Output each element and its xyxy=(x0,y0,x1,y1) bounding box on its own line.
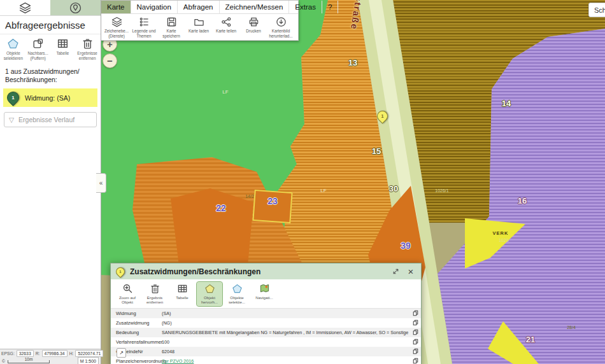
pentagon-blue-icon xyxy=(232,283,243,294)
popup-attribute-table: Widmung (SA) Zusatzwidmung (NG) Bedeutun… xyxy=(111,309,421,364)
table-row: GemeindeNr 62048 xyxy=(111,347,421,356)
result-item-label: Widmung: (SA) xyxy=(25,94,70,102)
tool-kartenbild-herunterladen[interactable]: Kartenbild herunterlad... xyxy=(267,17,294,38)
app-window: straße 131415301621222339VERK102914/2102… xyxy=(0,0,605,364)
tool-objekte-selektieren[interactable]: Objekte selektie... xyxy=(224,282,250,306)
buffer-icon xyxy=(32,38,44,50)
sidebar-toolbar: Objekte selektieren Nachbars... (Puffern… xyxy=(0,34,101,62)
epsg-value: 32633 xyxy=(17,350,34,357)
sidebar-panel: Abfrageergebnisse Objekte selektieren Na… xyxy=(0,0,101,349)
sidebar-collapse-button[interactable]: « xyxy=(96,173,106,193)
popup-expand-button[interactable] xyxy=(390,267,401,277)
menu-tab-bar: Karte Navigation Abfragen Zeichnen/Messe… xyxy=(101,1,298,14)
coordinates-row: EPSG: 32633 R: 479986.34 H: 5220074.71 xyxy=(0,349,101,357)
tool-nachbarschaft-puffern[interactable]: Nachbars... (Puffern) xyxy=(26,38,50,60)
popup-close-button[interactable]: × xyxy=(406,267,416,277)
tool-navigation[interactable]: Navigati... xyxy=(252,282,277,306)
tool-zoom-auf-objekt[interactable]: Zoom auf Objekt xyxy=(115,282,140,306)
popup-header[interactable]: 1 Zusatzwidmungen/Beschränkungen × xyxy=(111,263,421,279)
copy-icon[interactable] xyxy=(413,319,418,326)
scale-bar: 10m xyxy=(8,358,50,364)
menu-tab-zeichnen-messen[interactable]: Zeichnen/Messen xyxy=(220,1,290,13)
result-list-item[interactable]: 1 Widmung: (SA) xyxy=(3,88,97,107)
tool-karte-teilen[interactable]: Karte teilen xyxy=(213,17,239,38)
tool-zeichenebenen-dienste[interactable]: Zeichenebe... (Dienste) xyxy=(103,17,130,38)
map-menubar: Karte Navigation Abfragen Zeichnen/Messe… xyxy=(101,0,299,41)
menu-toolbar: Zeichenebe... (Dienste) Legende und Them… xyxy=(101,14,298,40)
copy-icon[interactable] xyxy=(413,348,418,354)
sidebar-tab-bar xyxy=(0,0,101,16)
pzvo-link[interactable]: Zur PZVO 2016 xyxy=(162,358,194,364)
tool-drucken[interactable]: Drucken xyxy=(240,17,267,38)
map-pin-circle-icon xyxy=(69,2,82,14)
tool-objekte-selektieren[interactable]: Objekte selektieren xyxy=(1,38,25,60)
table-row: Zusatzwidmung (NG) xyxy=(111,318,421,328)
popup-restore-button[interactable]: ↗ xyxy=(117,348,126,358)
menu-tab-navigation[interactable]: Navigation xyxy=(131,1,178,13)
tool-karte-laden[interactable]: Karte laden xyxy=(185,17,212,38)
zoom-plus-icon xyxy=(122,283,133,294)
pentagon-blue-icon xyxy=(7,38,19,50)
copy-icon[interactable] xyxy=(413,358,418,364)
menu-tab-extras[interactable]: Extras xyxy=(289,1,322,13)
x-coordinate-label: R: xyxy=(36,351,40,356)
copy-icon[interactable] xyxy=(413,310,418,316)
sidebar-tab-layers[interactable] xyxy=(0,0,50,15)
copy-icon[interactable] xyxy=(413,329,418,335)
table-row: Verfahrensfallnummer 100 xyxy=(111,337,421,347)
quick-search-box[interactable]: Schnellsuche xyxy=(588,3,605,17)
result-count-text: 1 aus Zusatzwidmungen/ Beschränkungen: xyxy=(0,62,101,87)
y-coordinate-label: H: xyxy=(69,351,74,356)
tool-ergebnisse-entfernen[interactable]: Ergebnisse entfernen xyxy=(75,38,99,60)
trash-icon xyxy=(150,283,160,294)
table-icon xyxy=(57,38,69,50)
popup-title: Zusatzwidmungen/Beschränkungen xyxy=(130,267,385,276)
zoom-out-button[interactable]: − xyxy=(103,53,117,68)
sidebar-title: Abfrageergebnisse xyxy=(0,16,101,34)
chevrons-left-icon: « xyxy=(99,179,103,186)
menu-tab-karte[interactable]: Karte xyxy=(101,1,131,13)
menu-tab-abfragen[interactable]: Abfragen xyxy=(178,1,220,13)
printer-icon xyxy=(248,17,259,27)
minus-icon: − xyxy=(107,55,113,66)
table-row: Bedeutung SANIERUNGSGEBEBIETE mit Mängel… xyxy=(111,328,421,337)
x-coordinate-value: 479986.34 xyxy=(42,350,68,357)
table-icon xyxy=(177,283,188,294)
tool-tabelle[interactable]: Tabelle xyxy=(169,282,195,306)
download-icon xyxy=(276,17,287,27)
table-row: Widmung (SA) xyxy=(111,309,421,318)
popup-pin-icon: 1 xyxy=(114,265,127,278)
tool-ergebnis-entfernen[interactable]: Ergebnis entfernen xyxy=(142,282,167,306)
save-icon xyxy=(166,17,177,27)
tool-karte-speichern[interactable]: Karte speichern xyxy=(158,17,185,38)
legend-icon xyxy=(139,17,150,27)
feature-info-popup: 1 Zusatzwidmungen/Beschränkungen × Zoom … xyxy=(110,263,422,364)
copy-icon[interactable] xyxy=(413,339,418,345)
search-label: Schnellsuche xyxy=(594,6,605,14)
nav-map-icon xyxy=(259,283,270,294)
tool-tabelle[interactable]: Tabelle xyxy=(51,38,75,60)
results-history-dropdown[interactable]: ▽ Ergebnisse Verlauf xyxy=(4,112,97,127)
layers-icon xyxy=(111,17,122,27)
epsg-label: EPSG: xyxy=(1,351,15,356)
arrow-up-right-icon: ↗ xyxy=(119,350,124,356)
pentagon-yellow-icon xyxy=(204,283,215,294)
popup-toolbar: Zoom auf Objekt Ergebnis entfernen Tabel… xyxy=(111,279,421,309)
copyright-icon[interactable]: © xyxy=(2,359,5,363)
layers-icon xyxy=(19,2,31,14)
sidebar-tab-query-results[interactable] xyxy=(50,0,101,15)
statusbar: EPSG: 32633 R: 479986.34 H: 5220074.71 ©… xyxy=(0,349,101,364)
y-coordinate-value: 5220074.71 xyxy=(75,350,103,357)
menu-tab-help[interactable]: ? xyxy=(322,1,338,13)
table-row: Planzeichenverordnung Zur PZVO 2016 xyxy=(111,356,421,364)
result-pin-icon: 1 xyxy=(4,89,22,106)
zone-orange-parcel-23 xyxy=(252,190,292,223)
share-icon xyxy=(221,17,232,27)
scale-value-input[interactable]: M 1:500 xyxy=(78,357,99,364)
folder-icon xyxy=(194,17,204,27)
scale-row: © 10m M 1:500 xyxy=(0,357,101,364)
tool-legende-und-themen[interactable]: Legende und Themen xyxy=(131,17,157,38)
trash-icon xyxy=(82,38,94,50)
chevron-down-icon: ▽ xyxy=(9,116,14,123)
tool-objekt-hervorheben[interactable]: Objekt hervorh... xyxy=(197,282,222,306)
